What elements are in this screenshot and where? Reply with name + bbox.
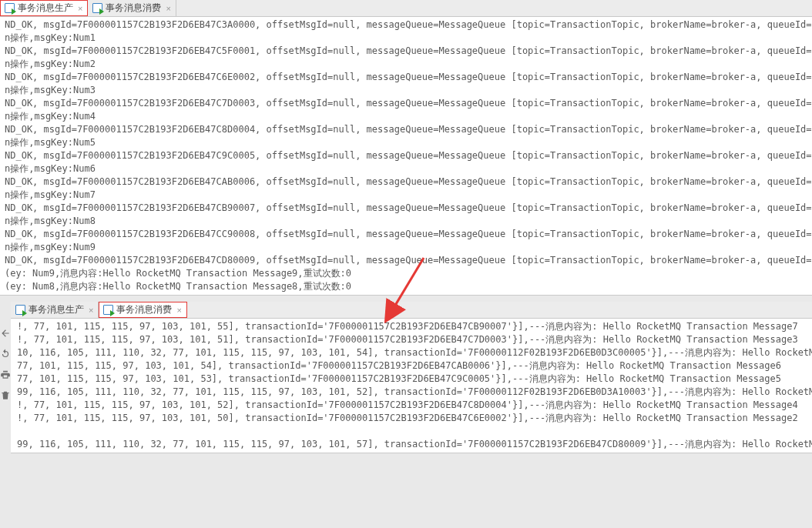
tab-consumer[interactable]: 事务消息消费 × <box>99 302 186 318</box>
console-line: !, 77, 101, 115, 115, 97, 103, 101, 52],… <box>12 399 812 412</box>
console-line: n操作,msgKey:Num5 <box>2 136 812 149</box>
tab-producer[interactable]: 事务消息生产 × <box>11 302 99 318</box>
pane-consumer-body: 事务消息生产 × 事务消息消费 × ▾ !, 77, 101, 115, 115… <box>11 302 812 453</box>
console-line: !, 77, 101, 115, 115, 97, 103, 101, 51],… <box>12 333 812 346</box>
tool-rerun[interactable] <box>0 349 11 362</box>
tab-producer[interactable]: 事务消息生产 × <box>0 0 88 16</box>
tab-producer-label: 事务消息生产 <box>18 2 73 15</box>
printer-icon[interactable] <box>0 369 11 383</box>
console-line: n操作,msgKey:Num9 <box>2 241 812 254</box>
console-line: ND_OK, msgId=7F000001157C2B193F2D6EB47C3… <box>2 18 812 32</box>
console-line: 77, 101, 115, 115, 97, 103, 101, 53], tr… <box>12 373 812 386</box>
run-config-icon <box>92 3 102 13</box>
console-line: ND_OK, msgId=7F000001157C2B193F2D6EB47C7… <box>2 97 812 110</box>
close-icon[interactable]: × <box>78 4 82 13</box>
console-line: (ey: Num8,消息内容:Hello RocketMQ Transactio… <box>2 280 812 293</box>
console-line: ND_OK, msgId=7F000001157C2B193F2D6EB47CB… <box>2 202 812 215</box>
trash-icon[interactable] <box>0 390 11 403</box>
console-line: 10, 116, 105, 111, 110, 32, 77, 101, 115… <box>12 346 812 359</box>
console-line: n操作,msgKey:Num1 <box>2 32 812 45</box>
run-config-icon <box>5 3 15 13</box>
console-line: !, 77, 101, 115, 115, 97, 103, 101, 50],… <box>12 412 812 425</box>
console-line: ND_OK, msgId=7F000001157C2B193F2D6EB47CD… <box>2 254 812 267</box>
console-line: ND_OK, msgId=7F000001157C2B193F2D6EB47C9… <box>2 149 812 162</box>
console-line: ND_OK, msgId=7F000001157C2B193F2D6EB47CA… <box>2 175 812 189</box>
consumer-tab-strip: 事务消息生产 × 事务消息消费 × ▾ <box>11 302 812 319</box>
close-icon[interactable]: × <box>176 306 181 315</box>
close-icon[interactable]: × <box>89 306 93 315</box>
tab-consumer-label: 事务消息消费 <box>106 2 161 15</box>
console-line: n操作,msgKey:Num2 <box>2 58 812 71</box>
pane-producer-body: 事务消息生产 × 事务消息消费 × ▾ ND_OK, msgId=7F00000… <box>0 0 812 296</box>
tab-producer-label: 事务消息生产 <box>29 303 84 316</box>
consumer-console[interactable]: !, 77, 101, 115, 115, 97, 103, 101, 55],… <box>11 319 812 453</box>
pane-consumer: 事务消息生产 × 事务消息消费 × ▾ !, 77, 101, 115, 115… <box>0 302 812 453</box>
console-line: (ey: Num9,消息内容:Hello RocketMQ Transactio… <box>2 267 812 280</box>
console-line: n操作,msgKey:Num6 <box>2 162 812 175</box>
console-line: n操作,msgKey:Num7 <box>2 189 812 202</box>
console-line: n操作,msgKey:Num3 <box>2 84 812 97</box>
console-line: n操作,msgKey:Num8 <box>2 215 812 228</box>
tab-consumer-label: 事务消息消费 <box>116 303 172 316</box>
console-line: n操作,msgKey:Num4 <box>2 110 812 123</box>
console-line: 99, 116, 105, 111, 110, 32, 77, 101, 115… <box>12 438 812 451</box>
console-line: ND_OK, msgId=7F000001157C2B193F2D6EB47C8… <box>2 123 812 136</box>
tool-return[interactable] <box>0 328 11 341</box>
console-line: !, 77, 101, 115, 115, 97, 103, 101, 55],… <box>12 320 812 333</box>
tab-consumer[interactable]: 事务消息消费 × <box>88 0 176 16</box>
producer-tab-strip: 事务消息生产 × 事务消息消费 × ▾ <box>0 0 812 17</box>
run-config-icon <box>15 305 25 315</box>
run-config-icon <box>103 305 113 315</box>
close-icon[interactable]: × <box>166 4 170 13</box>
console-line: 99, 116, 105, 111, 110, 32, 77, 101, 115… <box>12 386 812 399</box>
console-line: ND_OK, msgId=7F000001157C2B193F2D6EB47C6… <box>2 71 812 84</box>
console-line: ND_OK, msgId=7F000001157C2B193F2D6EB47C5… <box>2 45 812 58</box>
pane-divider[interactable] <box>0 296 812 302</box>
left-gutter-tools <box>0 302 11 453</box>
console-line: 77, 101, 115, 115, 97, 103, 101, 54], tr… <box>12 359 812 373</box>
pane-producer: 事务消息生产 × 事务消息消费 × ▾ ND_OK, msgId=7F00000… <box>0 0 812 296</box>
console-line <box>12 425 812 438</box>
producer-console[interactable]: ND_OK, msgId=7F000001157C2B193F2D6EB47C3… <box>0 17 812 296</box>
console-line: ND_OK, msgId=7F000001157C2B193F2D6EB47CC… <box>2 228 812 241</box>
